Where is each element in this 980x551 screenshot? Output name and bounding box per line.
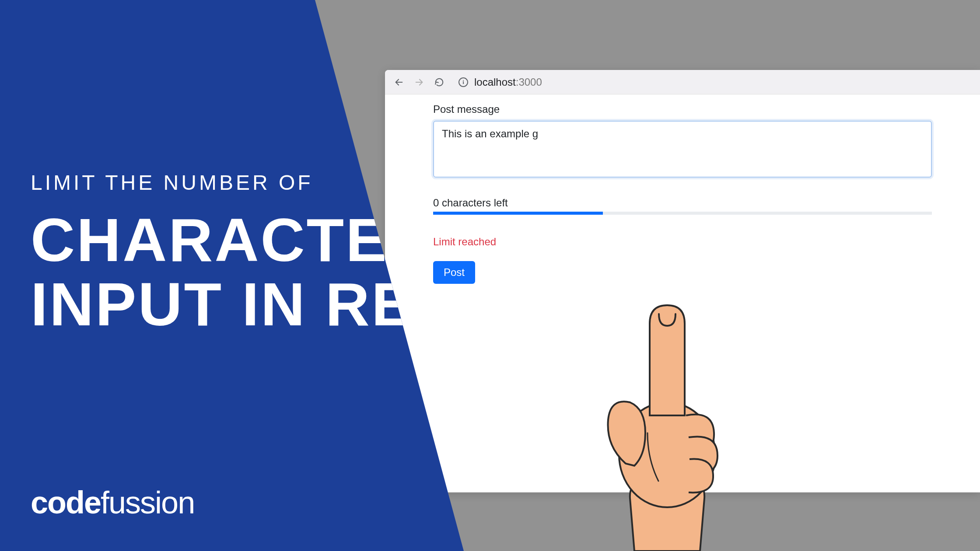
browser-toolbar: i localhost:3000 [385,70,980,94]
forward-icon[interactable] [414,77,424,87]
url-text: localhost:3000 [474,76,542,88]
progress-section: 0 characters left [433,197,932,215]
url-port: :3000 [516,76,542,88]
post-button[interactable]: Post [433,261,475,284]
back-icon[interactable] [394,77,404,87]
reload-icon[interactable] [434,77,444,87]
url-host: localhost [474,76,516,88]
form-label: Post message [433,103,932,115]
message-textarea[interactable] [433,121,932,178]
brand-logo: codefussion [31,485,194,520]
pointing-hand-illustration [582,297,748,551]
chars-left-text: 0 characters left [433,197,932,209]
progress-bar-fill [433,212,603,215]
limit-warning: Limit reached [433,236,932,248]
info-icon[interactable]: i [458,77,468,87]
progress-bar [433,212,932,215]
url-bar[interactable]: i localhost:3000 [458,76,542,88]
